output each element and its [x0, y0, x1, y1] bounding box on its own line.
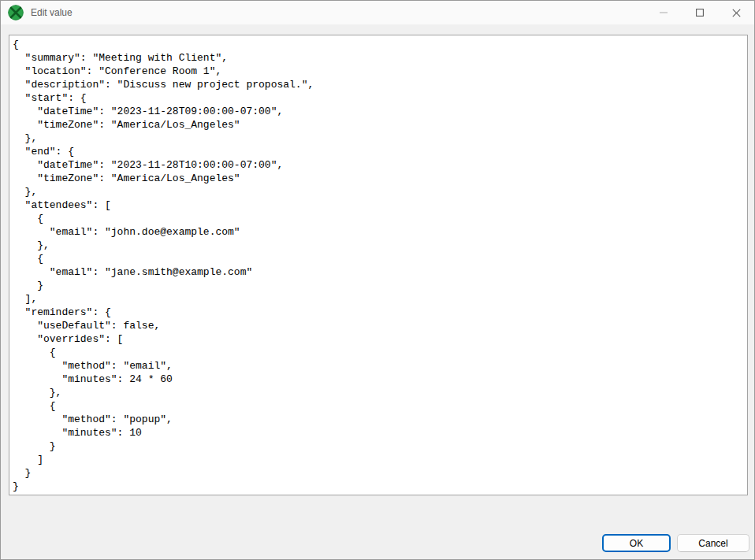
- maximize-button[interactable]: [682, 1, 718, 24]
- minimize-button[interactable]: [645, 1, 682, 24]
- close-button[interactable]: [718, 1, 754, 24]
- close-icon: [732, 9, 741, 17]
- window-title: Edit value: [31, 7, 73, 18]
- value-editor[interactable]: { "summary": "Meeting with Client", "loc…: [9, 35, 748, 495]
- edit-value-dialog: Edit value { "summary": "Meeting with Cl…: [0, 0, 755, 560]
- cancel-button[interactable]: Cancel: [677, 534, 749, 552]
- caption-buttons: [645, 1, 754, 24]
- ok-button[interactable]: OK: [602, 534, 671, 552]
- minimize-icon: [660, 9, 668, 17]
- maximize-icon: [696, 9, 704, 17]
- green-circle-x-icon: [8, 5, 24, 20]
- titlebar: Edit value: [1, 1, 754, 24]
